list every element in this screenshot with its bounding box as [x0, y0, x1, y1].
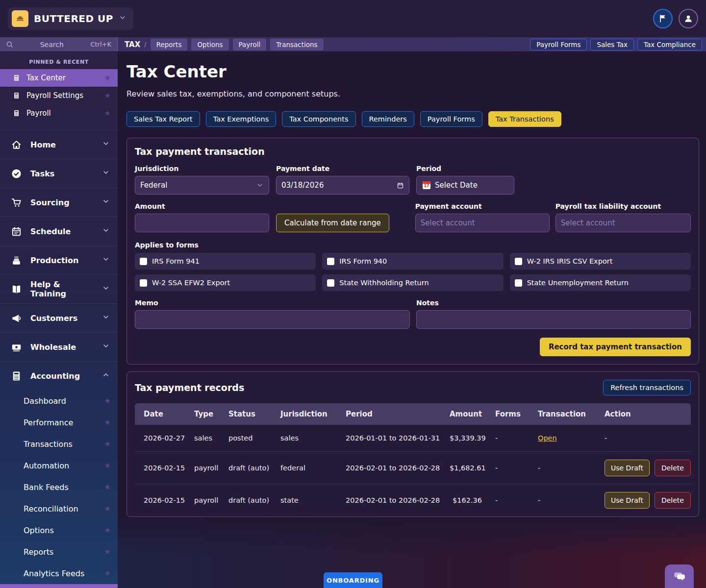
- tax-components-button[interactable]: Tax Components: [282, 111, 355, 127]
- cell-transaction: -: [536, 464, 603, 472]
- sidebar-subitem-transactions[interactable]: Transactions ★: [0, 433, 118, 455]
- sidebar-item-label: Wholesale: [30, 343, 94, 352]
- delete-button[interactable]: Delete: [655, 492, 691, 509]
- sidebar-subitem-performance[interactable]: Performance ★: [0, 412, 118, 433]
- star-icon[interactable]: ★: [104, 441, 111, 448]
- calculator-icon: [13, 74, 21, 82]
- amount-input[interactable]: [135, 214, 269, 232]
- sidebar-subitem-label: Automation: [24, 461, 104, 470]
- use-draft-button[interactable]: Use Draft: [605, 460, 650, 476]
- quick-link-sales-tax[interactable]: Sales Tax: [590, 39, 634, 50]
- search-input[interactable]: Search Ctrl+K: [0, 37, 118, 51]
- record-tax-payment-button[interactable]: Record tax payment transaction: [540, 338, 691, 356]
- form-checkbox-irs-941[interactable]: IRS Form 941: [135, 253, 316, 270]
- payment-date-input[interactable]: 03/18/2026: [276, 176, 409, 195]
- pinned-item-payroll[interactable]: Payroll ★: [0, 104, 118, 122]
- col-action: Action: [603, 410, 682, 418]
- sidebar-subitem-automation[interactable]: Automation ★: [0, 455, 118, 476]
- tab-transactions[interactable]: Transactions: [270, 39, 323, 50]
- star-icon[interactable]: ★: [104, 110, 111, 117]
- sidebar-item-label: Accounting: [30, 371, 94, 381]
- sidebar-item-accounting[interactable]: Accounting: [0, 361, 118, 390]
- star-icon[interactable]: ★: [104, 419, 111, 426]
- pinned-item-payroll-settings[interactable]: Payroll Settings ★: [0, 87, 118, 104]
- star-icon[interactable]: ★: [104, 397, 111, 405]
- memo-input[interactable]: [135, 310, 410, 329]
- sidebar-subitem-reconciliation[interactable]: Reconciliation ★: [0, 498, 118, 519]
- star-icon[interactable]: ★: [104, 462, 111, 469]
- star-icon[interactable]: ★: [104, 505, 111, 513]
- records-heading: Tax payment records: [135, 382, 244, 393]
- tax-transactions-button[interactable]: Tax Transactions: [488, 111, 561, 127]
- tab-options[interactable]: Options: [191, 39, 228, 50]
- cell-period: 2026-01-01 to 2026-01-31: [346, 434, 450, 442]
- sidebar-item-help-training[interactable]: Help & Training: [0, 274, 118, 303]
- sidebar-subitem-label: Analytics Feeds: [24, 569, 104, 578]
- star-icon[interactable]: ★: [104, 74, 111, 82]
- jurisdiction-select[interactable]: Federal: [135, 176, 269, 195]
- sidebar-subitem-tax-center[interactable]: Tax Center ★: [0, 584, 118, 588]
- org-switcher[interactable]: BUTTERED UP: [8, 7, 133, 30]
- star-icon[interactable]: ★: [104, 548, 111, 556]
- star-icon[interactable]: ★: [104, 570, 111, 577]
- period-select-date-button[interactable]: 17 Select Date: [416, 176, 514, 195]
- checkbox-icon[interactable]: [515, 279, 522, 287]
- sidebar-item-tasks[interactable]: Tasks: [0, 159, 118, 188]
- use-draft-button[interactable]: Use Draft: [605, 492, 650, 509]
- tax-exemptions-button[interactable]: Tax Exemptions: [206, 111, 276, 127]
- onboarding-button[interactable]: ONBOARDING: [324, 572, 382, 588]
- form-checkbox-state-unemployment[interactable]: State Unemployment Return: [510, 274, 691, 291]
- brand-logo-icon: [12, 10, 28, 27]
- pinned-item-tax-center[interactable]: Tax Center ★: [0, 69, 118, 87]
- cell-amount: $1,682.61: [450, 464, 482, 472]
- tab-payroll[interactable]: Payroll: [233, 39, 267, 50]
- form-checkbox-w2-iris[interactable]: W-2 IRS IRIS CSV Export: [510, 253, 691, 270]
- top-bar: BUTTERED UP: [0, 0, 706, 37]
- form-checkbox-state-withholding[interactable]: State Withholding Return: [322, 274, 503, 291]
- reminders-button[interactable]: Reminders: [362, 111, 414, 127]
- calculate-from-date-range-button[interactable]: Calculate from date range: [276, 214, 389, 232]
- col-forms: Forms: [482, 410, 536, 418]
- liability-account-input[interactable]: [555, 214, 691, 232]
- quick-links: Payroll Forms Sales Tax Tax Compliance: [530, 37, 706, 51]
- quick-link-tax-compliance[interactable]: Tax Compliance: [637, 39, 702, 50]
- breadcrumb-root[interactable]: TAX: [125, 40, 140, 49]
- checkbox-icon[interactable]: [327, 258, 334, 265]
- sidebar-subitem-dashboard[interactable]: Dashboard ★: [0, 390, 118, 412]
- star-icon[interactable]: ★: [104, 484, 111, 491]
- star-icon[interactable]: ★: [104, 527, 111, 534]
- form-checkbox-w2-efw2[interactable]: W-2 SSA EFW2 Export: [135, 274, 316, 291]
- checkbox-icon[interactable]: [140, 279, 147, 287]
- delete-button[interactable]: Delete: [655, 460, 691, 476]
- chat-button[interactable]: [665, 564, 694, 588]
- notes-input[interactable]: [416, 310, 691, 329]
- payment-account-label: Payment account: [415, 202, 550, 210]
- payment-account-input[interactable]: [415, 214, 550, 232]
- profile-button[interactable]: [679, 9, 698, 28]
- flag-button[interactable]: [653, 9, 673, 28]
- col-status: Status: [228, 410, 280, 418]
- checkbox-icon[interactable]: [515, 258, 522, 265]
- quick-link-payroll-forms[interactable]: Payroll Forms: [530, 39, 587, 50]
- sidebar-subitem-options[interactable]: Options ★: [0, 519, 118, 541]
- book-icon: [11, 284, 23, 295]
- sidebar-subitem-analytics-feeds[interactable]: Analytics Feeds ★: [0, 563, 118, 584]
- refresh-transactions-button[interactable]: Refresh transactions: [603, 380, 691, 395]
- sidebar-item-schedule[interactable]: Schedule: [0, 217, 118, 245]
- form-checkbox-irs-940[interactable]: IRS Form 940: [322, 253, 503, 270]
- sales-tax-report-button[interactable]: Sales Tax Report: [126, 111, 200, 127]
- checkbox-icon[interactable]: [140, 258, 147, 265]
- sidebar-item-wholesale[interactable]: Wholesale: [0, 332, 118, 361]
- tab-reports[interactable]: Reports: [151, 39, 188, 50]
- sidebar-item-home[interactable]: Home: [0, 130, 118, 159]
- sidebar-item-production[interactable]: Production: [0, 245, 118, 274]
- checkbox-icon[interactable]: [327, 279, 334, 287]
- calculator-icon: [13, 109, 21, 117]
- payroll-forms-button[interactable]: Payroll Forms: [420, 111, 482, 127]
- sidebar-subitem-reports[interactable]: Reports ★: [0, 541, 118, 563]
- sidebar-subitem-bank-feeds[interactable]: Bank Feeds ★: [0, 476, 118, 498]
- sidebar-item-sourcing[interactable]: Sourcing: [0, 188, 118, 217]
- open-transaction-link[interactable]: Open: [538, 434, 557, 442]
- sidebar-item-customers[interactable]: Customers: [0, 303, 118, 332]
- star-icon[interactable]: ★: [104, 92, 111, 99]
